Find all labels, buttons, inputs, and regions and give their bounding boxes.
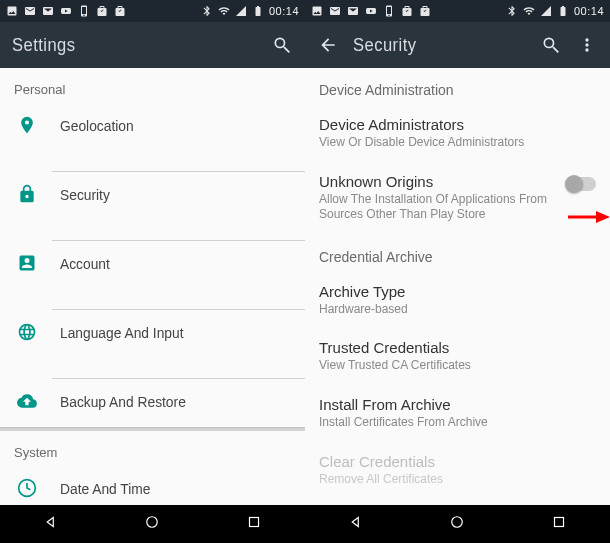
item-title: Trusted Credentials: [319, 339, 596, 356]
page-title: Security: [353, 35, 512, 56]
item-title: Install From Archive: [319, 396, 596, 413]
app-bar-settings: Settings: [0, 22, 305, 68]
callout-arrow-icon: [568, 210, 610, 228]
item-subtitle: Install Certificates From Archive: [319, 415, 596, 431]
status-bar-left: 00:14: [0, 0, 305, 22]
row-label: Account: [60, 255, 110, 272]
lock-icon: [16, 184, 38, 204]
item-archive-type[interactable]: Archive Type Hardware-based: [305, 273, 610, 330]
item-device-administrators[interactable]: Device Administrators View Or Disable De…: [305, 106, 610, 163]
row-label: Language And Input: [60, 324, 184, 341]
row-language[interactable]: Language And Input: [0, 310, 305, 354]
home-nav-button[interactable]: [448, 513, 466, 535]
store2-icon: [419, 5, 431, 17]
recents-nav-button[interactable]: [245, 513, 263, 535]
page-title: Settings: [12, 35, 237, 56]
svg-point-0: [147, 517, 158, 528]
item-clear-credentials: Clear Credentials Remove All Certificate…: [305, 443, 610, 500]
clock-icon: [16, 478, 38, 498]
nav-bar-left: [0, 505, 305, 543]
item-trusted-credentials[interactable]: Trusted Credentials View Trusted CA Cert…: [305, 329, 610, 386]
mail-icon: [24, 5, 36, 17]
cloud-upload-icon: [16, 391, 38, 411]
store-icon: [401, 5, 413, 17]
item-title: Device Administrators: [319, 116, 596, 133]
section-header-credarchive: Credential Archive: [305, 235, 610, 273]
wifi-icon: [523, 5, 535, 17]
phone-icon: [383, 5, 395, 17]
item-subtitle: Hardware-based: [319, 302, 596, 318]
clock-label: 00:14: [269, 5, 299, 17]
globe-icon: [16, 322, 38, 342]
search-button[interactable]: [540, 34, 562, 56]
unknown-origins-toggle[interactable]: [568, 177, 596, 191]
clock-label: 00:14: [574, 5, 604, 17]
store-icon: [96, 5, 108, 17]
row-label: Security: [60, 186, 110, 203]
picture-icon: [6, 5, 18, 17]
recents-nav-button[interactable]: [550, 513, 568, 535]
row-label: Backup And Restore: [60, 393, 186, 410]
wifi-icon: [218, 5, 230, 17]
nav-bar-right: [305, 505, 610, 543]
svg-rect-1: [250, 518, 259, 527]
item-install-from-archive[interactable]: Install From Archive Install Certificate…: [305, 386, 610, 443]
item-subtitle: View Trusted CA Certificates: [319, 358, 596, 374]
mail-icon: [329, 5, 341, 17]
app-bar-security: Security: [305, 22, 610, 68]
status-bar-right: 00:14: [305, 0, 610, 22]
battery-icon: [252, 5, 264, 17]
row-geolocation[interactable]: Geolocation: [0, 103, 305, 147]
picture-icon: [311, 5, 323, 17]
phone-icon: [78, 5, 90, 17]
item-subtitle: Remove All Certificates: [319, 472, 596, 488]
gmail-icon: [42, 5, 54, 17]
item-title: Clear Credentials: [319, 453, 596, 470]
item-title: Unknown Origins: [319, 173, 554, 190]
youtube-icon: [365, 5, 377, 17]
item-subtitle: Allow The Installation Of Applications F…: [319, 192, 554, 223]
store2-icon: [114, 5, 126, 17]
gmail-icon: [347, 5, 359, 17]
back-button[interactable]: [317, 34, 339, 56]
item-subtitle: View Or Disable Device Administrators: [319, 135, 596, 151]
signal-icon: [540, 5, 552, 17]
item-title: Archive Type: [319, 283, 596, 300]
battery-icon: [557, 5, 569, 17]
row-account[interactable]: Account: [0, 241, 305, 285]
svg-marker-3: [596, 211, 610, 223]
bluetooth-icon: [201, 5, 213, 17]
account-icon: [16, 253, 38, 273]
bluetooth-icon: [506, 5, 518, 17]
section-header-devadmin: Device Administration: [305, 68, 610, 106]
home-nav-button[interactable]: [143, 513, 161, 535]
section-header-personal: Personal: [0, 68, 305, 103]
youtube-icon: [60, 5, 72, 17]
svg-rect-5: [555, 518, 564, 527]
row-label: Date And Time: [60, 480, 151, 497]
item-unknown-origins[interactable]: Unknown Origins Allow The Installation O…: [305, 163, 610, 235]
row-backup[interactable]: Backup And Restore: [0, 379, 305, 423]
location-icon: [16, 115, 38, 135]
row-datetime[interactable]: Date And Time: [0, 466, 305, 505]
signal-icon: [235, 5, 247, 17]
section-header-system: System: [0, 431, 305, 466]
overflow-menu-button[interactable]: [576, 34, 598, 56]
back-nav-button[interactable]: [42, 513, 60, 535]
row-security[interactable]: Security: [0, 172, 305, 216]
svg-point-4: [452, 517, 463, 528]
row-label: Geolocation: [60, 117, 134, 134]
back-nav-button[interactable]: [347, 513, 365, 535]
search-button[interactable]: [271, 34, 293, 56]
